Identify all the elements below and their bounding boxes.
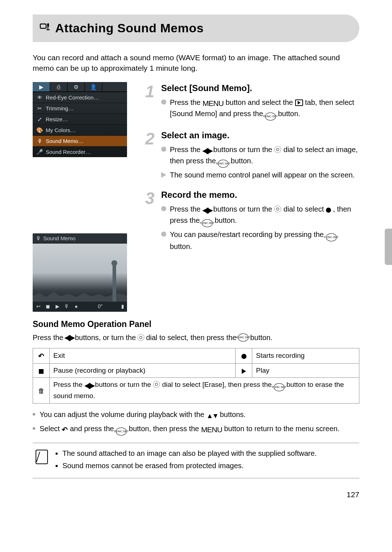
control-dial-icon — [153, 381, 160, 388]
camera-menu-tabs: ▶ ⎙ ⚙ 👤 — [33, 82, 127, 92]
func-set-button-icon: FUNC.SET — [218, 160, 229, 168]
two-column-layout: ▶ ⎙ ⚙ 👤 👁Red-Eye Correction…✂Trimming…⤢R… — [33, 82, 359, 312]
camera-menu-item: 🎨My Colors… — [33, 124, 127, 135]
preview-control-icon: ↩ — [36, 304, 41, 310]
back-arrow-icon: ↶ — [38, 351, 44, 361]
preview-control-icon: 🎙 — [64, 304, 70, 310]
erase-trash-icon: 🗑 — [38, 387, 45, 396]
menu-item-icon: ✂ — [36, 105, 43, 112]
menu-item-label: Resize… — [46, 115, 68, 123]
operation-panel-intro: Press the ◀▶ buttons, or turn the dial t… — [33, 332, 359, 343]
page-title: Attaching Sound Memos — [55, 20, 204, 37]
preview-control-icon: ◼ — [45, 304, 51, 310]
camera-menu-screenshot: ▶ ⎙ ⚙ 👤 👁Red-Eye Correction…✂Trimming…⤢R… — [33, 82, 127, 157]
preview-image — [33, 244, 127, 302]
preview-control-icon: ● — [73, 304, 79, 310]
left-column: ▶ ⎙ ⚙ 👤 👁Red-Eye Correction…✂Trimming…⤢R… — [33, 82, 134, 312]
menu-button-icon: MENU — [203, 98, 224, 109]
step-bullet: Press the ◀▶ buttons or turn the dial to… — [161, 204, 359, 227]
svg-rect-0 — [40, 24, 46, 28]
control-dial-icon — [274, 146, 281, 153]
mic-icon: 🎙 — [36, 234, 41, 242]
step-title: Record the memo. — [161, 189, 359, 201]
pencil-icon — [36, 450, 48, 464]
right-column: 1Select [Sound Memo].Press the MENU butt… — [145, 82, 359, 312]
menu-item-icon: ⤢ — [36, 115, 43, 123]
note-box: The sound attached to an image can also … — [33, 443, 359, 478]
step-number: 2 — [145, 127, 155, 150]
step: 3Record the memo.Press the ◀▶ buttons or… — [145, 189, 359, 252]
play-label: Play — [252, 363, 359, 378]
preview-control-bar: ↩◼▶🎙● 0" ▮ — [33, 302, 127, 312]
step-result-line: The sound memo control panel will appear… — [161, 170, 359, 180]
preview-control-icon: ▶ — [54, 304, 60, 310]
section-side-tab — [385, 229, 392, 265]
up-down-buttons-icon: ▲▼ — [207, 411, 218, 421]
func-set-button-icon: FUNC.SET — [265, 113, 276, 120]
control-dial-icon — [274, 205, 281, 213]
playback-tab-icon — [295, 99, 303, 106]
svg-rect-1 — [47, 23, 49, 27]
table-row-erase: 🗑 Press the ◀▶ buttons or turn the dial … — [33, 378, 359, 404]
step-number: 3 — [145, 187, 155, 210]
menu-item-label: My Colors… — [46, 126, 76, 134]
camera-tab-play: ▶ — [33, 82, 50, 91]
tips-list: You can adjust the volume during playbac… — [33, 409, 359, 436]
menu-item-label: Sound Memo… — [46, 137, 83, 145]
func-set-button-icon: FUNC.SET — [116, 428, 127, 436]
step: 1Select [Sound Memo].Press the MENU butt… — [145, 82, 359, 120]
tip-item: Select ↶ and press the FUNC.SET button, … — [33, 424, 359, 436]
operation-panel-table: ↶ Exit Starts recording Pause (recording… — [33, 348, 359, 404]
play-icon-cell — [236, 363, 252, 378]
back-arrow-icon: ↶ — [62, 425, 68, 435]
record-dot-icon — [241, 354, 246, 359]
table-row: ↶ Exit Starts recording — [33, 348, 359, 363]
menu-item-label: Sound Recorder… — [46, 148, 91, 156]
func-set-button-icon: FUNC.SET — [326, 233, 337, 241]
func-set-button-icon: FUNC.SET — [238, 334, 249, 342]
pause-label: Pause (recording or playback) — [50, 363, 236, 378]
menu-item-label: Red-Eye Correction… — [46, 94, 99, 101]
menu-item-icon: 🎨 — [36, 126, 43, 134]
exit-icon-cell: ↶ — [33, 348, 50, 363]
pause-icon-cell — [33, 363, 50, 378]
menu-item-icon: 👁 — [36, 94, 43, 101]
left-right-buttons-icon: ◀▶ — [203, 205, 211, 215]
sound-memo-icon — [39, 22, 50, 35]
step: 2Select an image.Press the ◀▶ buttons or… — [145, 129, 359, 180]
page: Attaching Sound Memos You can record and… — [0, 0, 392, 511]
erase-icon-cell: 🗑 — [33, 378, 50, 404]
step-title: Select an image. — [161, 129, 359, 142]
record-dot-icon — [326, 208, 331, 213]
left-right-buttons-icon: ◀▶ — [65, 332, 73, 343]
record-label: Starts recording — [252, 348, 359, 363]
record-icon-cell — [236, 348, 252, 363]
table-row: Pause (recording or playback) Play — [33, 363, 359, 378]
menu-item-label: Trimming… — [46, 105, 74, 112]
camera-menu-item: ⤢Resize… — [33, 114, 127, 124]
left-right-buttons-icon: ◀▶ — [203, 145, 211, 156]
func-set-button-icon: FUNC.SET — [274, 383, 285, 391]
camera-menu-item: ✂Trimming… — [33, 103, 127, 114]
camera-menu-item: 🎙Sound Memo… — [33, 135, 127, 146]
control-dial-icon — [137, 334, 144, 341]
preview-title: Sound Memo — [43, 234, 75, 242]
menu-item-icon: 🎤 — [36, 148, 43, 156]
menu-button-icon: MENU — [201, 424, 222, 435]
menu-item-icon: 🎙 — [36, 137, 43, 145]
camera-menu-item: 🎤Sound Recorder… — [33, 146, 127, 157]
func-set-button-icon: FUNC.SET — [202, 219, 213, 227]
step-title: Select [Sound Memo]. — [161, 82, 359, 94]
camera-tab-print: ⎙ — [50, 82, 68, 91]
operation-panel-heading: Sound Memo Operation Panel — [33, 318, 359, 330]
note-item: The sound attached to an image can also … — [62, 448, 356, 458]
step-bullet: Press the ◀▶ buttons or turn the dial to… — [161, 144, 359, 168]
sound-memo-preview-screenshot: 🎙 Sound Memo ↩◼▶🎙● 0" ▮ — [33, 233, 127, 312]
camera-tab-user: 👤 — [85, 82, 102, 91]
battery-icon: ▮ — [121, 303, 124, 310]
preview-time: 0" — [98, 303, 103, 310]
step-bullet: Press the MENU button and select the tab… — [161, 97, 359, 120]
stop-square-icon — [39, 369, 44, 374]
intro-text: You can record and attach a sound memo (… — [33, 52, 359, 74]
left-right-buttons-icon: ◀▶ — [85, 380, 93, 391]
